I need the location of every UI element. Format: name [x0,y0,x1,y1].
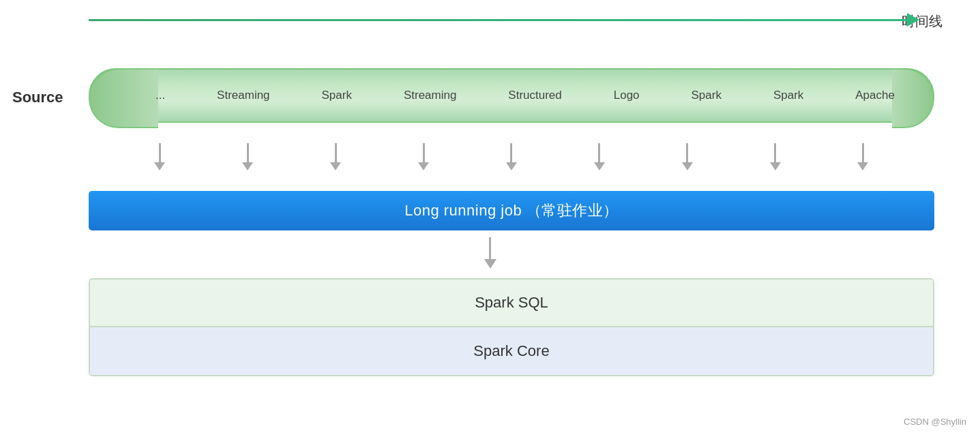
pipe-item-7: Spark [773,89,803,102]
pipe-container: ... Streaming Spark Streaming Structured… [89,61,934,130]
single-arrow-head-icon [484,259,496,269]
timeline-arrow-icon [907,13,919,27]
down-arrow-3 [418,143,429,170]
down-arrow-4 [506,143,517,170]
down-arrow-7 [770,143,781,170]
spark-sql-label: Spark SQL [475,294,548,312]
down-arrow-5 [594,143,605,170]
spark-container: Spark SQL Spark Core [89,278,934,376]
arrow-line [862,143,864,162]
spark-core-label: Spark Core [473,342,549,360]
arrow-line [159,143,161,162]
pipe-item-2: Spark [322,89,352,102]
job-bar: Long running job （常驻作业） [89,191,934,230]
arrow-head-icon [154,162,165,170]
down-arrow-8 [857,143,868,170]
down-arrow-0 [154,143,165,170]
pipe-item-6: Spark [692,89,722,102]
arrow-head-icon [506,162,517,170]
arrow-head-icon [594,162,605,170]
arrow-line [423,143,425,162]
arrow-line [247,143,249,162]
arrow-head-icon [418,162,429,170]
spark-core-box: Spark Core [90,327,933,375]
pipe-item-4: Structured [508,89,561,102]
arrow-line [598,143,600,162]
down-arrow-2 [330,143,341,170]
single-arrow-line [489,237,491,259]
pipe-item-1: Streaming [217,89,269,102]
pipe-item-8: Apache [855,89,895,102]
pipe-item-0: ... [155,89,165,102]
arrow-line [774,143,776,162]
arrow-head-icon [682,162,693,170]
arrow-head-icon [770,162,781,170]
down-arrow-1 [242,143,253,170]
diagram-container: 时间线 Source ... Streaming Spark Streaming… [0,0,980,435]
arrow-head-icon [330,162,341,170]
pipe-item-3: Streaming [404,89,456,102]
watermark: CSDN @Shyllin [904,417,966,427]
source-label: Source [12,89,63,106]
arrow-head-icon [857,162,868,170]
down-arrow-6 [682,143,693,170]
pipe-items: ... Streaming Spark Streaming Structured… [130,68,921,123]
timeline-line [89,19,914,21]
arrow-line [510,143,512,162]
arrow-line [335,143,337,162]
arrows-row [89,143,934,170]
spark-sql-box: Spark SQL [90,280,933,327]
pipe-item-5: Logo [614,89,640,102]
arrow-line [686,143,688,162]
single-down-arrow [484,237,496,269]
arrow-head-icon [242,162,253,170]
job-bar-text: Long running job （常驻作业） [404,200,619,221]
